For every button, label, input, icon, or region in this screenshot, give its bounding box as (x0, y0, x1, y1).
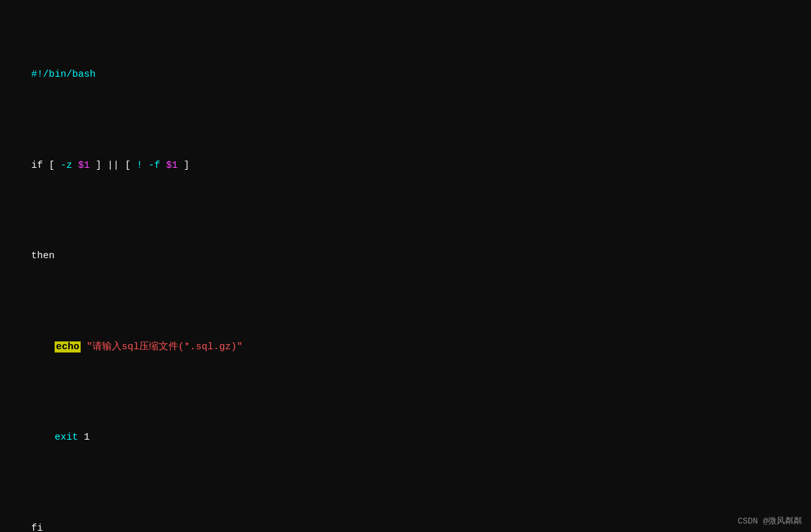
echo-keyword-1: echo (55, 341, 81, 352)
code-editor: #!/bin/bash if [ -z $1 ] || [ ! -f $1 ] … (0, 0, 811, 532)
watermark: CSDN @微风粼粼 (738, 515, 802, 527)
line-if1: if [ -z $1 ] || [ ! -f $1 ] (8, 142, 803, 188)
line-shebang: #!/bin/bash (8, 52, 803, 98)
line-then1: then (8, 233, 803, 279)
line-echo1: echo "请输入sql压缩文件(*.sql.gz)" (8, 324, 803, 369)
line-fi1: fi (8, 505, 803, 532)
line-exit1: exit 1 (8, 415, 803, 460)
shebang-text: #!/bin/bash (31, 69, 96, 80)
